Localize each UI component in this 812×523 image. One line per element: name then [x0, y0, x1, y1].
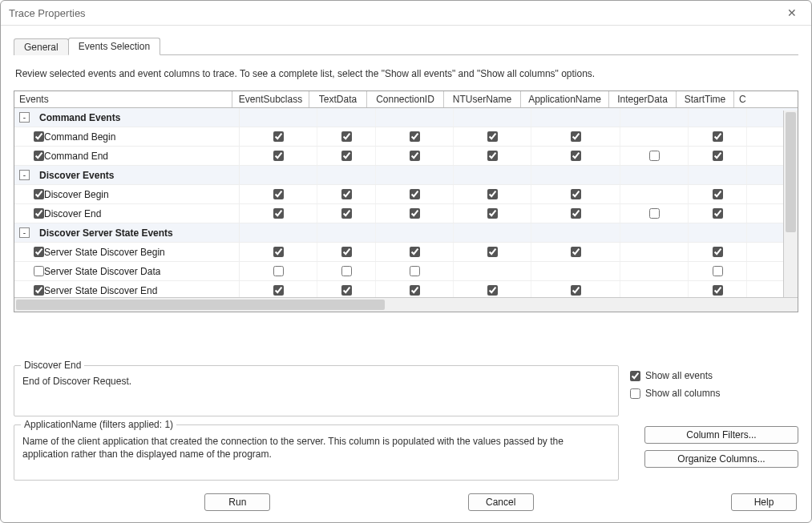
cell-checkbox[interactable]: [713, 247, 723, 257]
grid-cell[interactable]: [240, 147, 317, 165]
cell-checkbox[interactable]: [571, 189, 581, 199]
event-row[interactable]: Discover Begin: [14, 185, 798, 204]
grid-cell[interactable]: [454, 262, 531, 280]
cell-checkbox[interactable]: [713, 285, 723, 296]
grid-cell[interactable]: [317, 127, 376, 146]
grid-cell[interactable]: [689, 147, 747, 165]
cell-checkbox[interactable]: [273, 151, 284, 161]
column-header[interactable]: StartTime: [677, 91, 734, 107]
grid-cell[interactable]: [454, 147, 531, 165]
tab-general[interactable]: General: [14, 38, 69, 55]
grid-cell[interactable]: [240, 262, 317, 280]
grid-cell[interactable]: [240, 281, 317, 297]
cell-checkbox[interactable]: [273, 131, 284, 142]
grid-cell[interactable]: [747, 127, 763, 146]
tab-events-selection[interactable]: Events Selection: [68, 38, 160, 55]
event-row[interactable]: Server State Discover Begin: [14, 243, 798, 262]
grid-cell[interactable]: [531, 147, 620, 165]
grid-cell[interactable]: [747, 223, 763, 242]
row-checkbox[interactable]: [34, 189, 44, 199]
cell-checkbox[interactable]: [410, 285, 420, 296]
grid-cell[interactable]: [317, 147, 376, 165]
grid-cell[interactable]: [531, 108, 620, 127]
cell-checkbox[interactable]: [713, 131, 723, 142]
cell-checkbox[interactable]: [273, 285, 284, 296]
cell-checkbox[interactable]: [273, 208, 284, 219]
cell-checkbox[interactable]: [487, 131, 498, 142]
group-row[interactable]: -Discover Events: [14, 166, 798, 185]
grid-cell[interactable]: [454, 223, 531, 242]
cell-checkbox[interactable]: [341, 266, 352, 276]
expand-collapse-icon[interactable]: -: [19, 112, 30, 123]
event-row[interactable]: Server State Discover Data: [14, 262, 798, 281]
cell-checkbox[interactable]: [571, 131, 581, 142]
grid-cell[interactable]: [376, 281, 454, 297]
cell-checkbox[interactable]: [487, 247, 498, 257]
grid-cell[interactable]: [531, 204, 620, 223]
cell-checkbox[interactable]: [341, 189, 352, 199]
grid-cell[interactable]: [620, 166, 689, 184]
column-header[interactable]: EventSubclass: [232, 91, 309, 107]
column-header[interactable]: ApplicationName: [521, 91, 609, 107]
grid-cell[interactable]: [620, 262, 689, 280]
grid-cell[interactable]: [620, 185, 689, 203]
grid-cell[interactable]: [454, 243, 531, 261]
grid-cell[interactable]: [376, 147, 454, 165]
cell-checkbox[interactable]: [341, 151, 352, 161]
event-row[interactable]: Server State Discover End: [14, 281, 798, 297]
grid-cell[interactable]: [317, 185, 376, 203]
grid-cell[interactable]: [376, 223, 454, 242]
grid-cell[interactable]: [620, 147, 689, 165]
column-header[interactable]: IntegerData: [609, 91, 677, 107]
group-row[interactable]: -Discover Server State Events: [14, 223, 798, 243]
cell-checkbox[interactable]: [410, 151, 420, 161]
row-checkbox[interactable]: [34, 266, 44, 276]
grid-cell[interactable]: [454, 166, 531, 184]
cell-checkbox[interactable]: [487, 285, 498, 296]
grid-cell[interactable]: [317, 204, 376, 223]
horizontal-scrollbar[interactable]: [14, 297, 798, 312]
grid-cell[interactable]: [620, 108, 689, 127]
grid-cell[interactable]: [689, 204, 747, 223]
grid-cell[interactable]: [531, 243, 620, 261]
cell-checkbox[interactable]: [571, 247, 581, 257]
event-row[interactable]: Discover End: [14, 204, 798, 223]
cell-checkbox[interactable]: [649, 151, 660, 161]
row-checkbox[interactable]: [34, 247, 44, 257]
grid-cell[interactable]: [620, 281, 689, 297]
grid-cell[interactable]: [376, 108, 454, 127]
cell-checkbox[interactable]: [571, 151, 581, 161]
grid-cell[interactable]: [689, 127, 747, 146]
cell-checkbox[interactable]: [713, 266, 723, 276]
grid-cell[interactable]: [620, 127, 689, 146]
grid-cell[interactable]: [747, 185, 763, 203]
show-all-columns-checkbox[interactable]: Show all columns: [630, 388, 798, 399]
grid-cell[interactable]: [531, 223, 620, 242]
grid-cell[interactable]: [240, 223, 317, 242]
cell-checkbox[interactable]: [273, 247, 284, 257]
checkbox-icon[interactable]: [630, 371, 640, 381]
checkbox-icon[interactable]: [630, 388, 640, 399]
grid-cell[interactable]: [531, 281, 620, 297]
grid-cell[interactable]: [689, 166, 747, 184]
grid-cell[interactable]: [689, 185, 747, 203]
grid-cell[interactable]: [531, 185, 620, 203]
cell-checkbox[interactable]: [649, 208, 660, 219]
row-checkbox[interactable]: [34, 131, 44, 142]
grid-cell[interactable]: [747, 204, 763, 223]
help-button[interactable]: Help: [731, 493, 797, 511]
cell-checkbox[interactable]: [571, 285, 581, 296]
cell-checkbox[interactable]: [571, 208, 581, 219]
grid-cell[interactable]: [620, 204, 689, 223]
grid-cell[interactable]: [689, 108, 747, 127]
scrollbar-thumb[interactable]: [786, 112, 796, 232]
grid-cell[interactable]: [454, 204, 531, 223]
expand-collapse-icon[interactable]: -: [19, 170, 30, 180]
cell-checkbox[interactable]: [341, 247, 352, 257]
row-checkbox[interactable]: [34, 151, 44, 161]
event-row[interactable]: Command End: [14, 147, 798, 166]
grid-cell[interactable]: [689, 262, 747, 280]
column-header[interactable]: C: [734, 91, 750, 107]
grid-cell[interactable]: [317, 262, 376, 280]
cell-checkbox[interactable]: [341, 131, 352, 142]
